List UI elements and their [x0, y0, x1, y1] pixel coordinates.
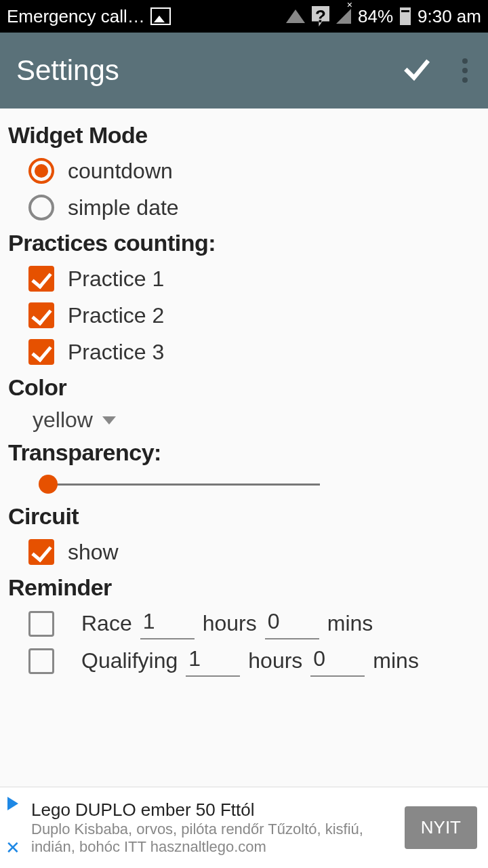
radio-label: simple date — [68, 195, 179, 220]
ad-text: Lego DUPLO ember 50 Fttól Duplo Kisbaba,… — [26, 795, 405, 861]
status-emergency-text: Emergency call… — [7, 6, 145, 27]
mins-unit: mins — [327, 611, 373, 636]
overflow-menu-button[interactable] — [458, 54, 472, 87]
radio-label: countdown — [68, 159, 173, 184]
checkbox-race[interactable] — [28, 611, 54, 637]
checkbox-icon — [28, 266, 54, 292]
checkbox-circuit-show[interactable]: show — [8, 534, 480, 570]
app-bar: Settings — [0, 33, 488, 108]
hours-unit: hours — [248, 648, 302, 673]
radio-countdown[interactable]: countdown — [8, 153, 480, 189]
settings-content: Widget Mode countdown simple date Practi… — [0, 108, 488, 679]
wifi-icon — [286, 9, 305, 23]
transparency-title: Transparency: — [8, 439, 480, 466]
adchoices-icon — [7, 797, 18, 810]
widget-mode-title: Widget Mode — [8, 122, 480, 149]
status-bar: Emergency call… ? × 84% 9:30 am — [0, 0, 488, 33]
battery-icon — [400, 7, 411, 25]
picture-icon — [150, 7, 171, 25]
checkbox-label: Practice 2 — [68, 303, 164, 328]
checkbox-qualifying[interactable] — [28, 648, 54, 674]
checkbox-practice-3[interactable]: Practice 3 — [8, 334, 480, 370]
radio-icon — [28, 158, 54, 184]
status-time: 9:30 am — [418, 6, 481, 27]
ad-title: Lego DUPLO ember 50 Fttól — [31, 800, 399, 821]
slider-track — [42, 484, 320, 486]
checkbox-icon — [28, 339, 54, 365]
reminder-qualifying-row: Qualifying hours mins — [8, 642, 480, 679]
checkbox-practice-1[interactable]: Practice 1 — [8, 260, 480, 297]
color-title: Color — [8, 374, 480, 401]
race-mins-input[interactable] — [265, 608, 319, 639]
ad-banner[interactable]: ✕ Lego DUPLO ember 50 Fttól Duplo Kisbab… — [0, 787, 488, 868]
ad-choices[interactable]: ✕ — [0, 787, 26, 868]
radio-icon — [28, 195, 54, 220]
mins-unit: mins — [373, 648, 419, 673]
signal-icon: × — [336, 9, 351, 24]
race-hours-input[interactable] — [140, 608, 195, 639]
ad-open-button[interactable]: NYIT — [405, 806, 477, 849]
checkbox-label: Practice 3 — [68, 340, 164, 365]
reminder-label: Qualifying — [81, 648, 178, 673]
chevron-down-icon — [102, 416, 116, 425]
checkbox-icon — [28, 539, 54, 565]
reminder-label: Race — [81, 611, 132, 636]
qualifying-hours-input[interactable] — [186, 645, 240, 677]
checkbox-label: show — [68, 540, 119, 565]
page-title: Settings — [16, 54, 119, 87]
reminder-race-row: Race hours mins — [8, 605, 480, 642]
dropdown-value: yellow — [33, 408, 93, 433]
ad-description: Duplo Kisbaba, orvos, pilóta rendőr Tűzo… — [31, 821, 399, 856]
checkbox-practice-2[interactable]: Practice 2 — [8, 297, 480, 334]
radio-simple-date[interactable]: simple date — [8, 189, 480, 226]
close-ad-icon[interactable]: ✕ — [5, 837, 20, 859]
sim-help-icon: ? — [312, 6, 329, 26]
reminder-title: Reminder — [8, 574, 480, 601]
qualifying-mins-input[interactable] — [310, 645, 365, 677]
battery-percent: 84% — [358, 6, 393, 27]
slider-thumb[interactable] — [39, 475, 58, 494]
checkbox-label: Practice 1 — [68, 267, 164, 292]
color-dropdown[interactable]: yellow — [8, 405, 480, 435]
practices-title: Practices counting: — [8, 230, 480, 256]
checkbox-icon — [28, 302, 54, 328]
confirm-button[interactable] — [400, 52, 434, 89]
hours-unit: hours — [203, 611, 257, 636]
circuit-title: Circuit — [8, 503, 480, 530]
transparency-slider[interactable] — [8, 470, 480, 499]
